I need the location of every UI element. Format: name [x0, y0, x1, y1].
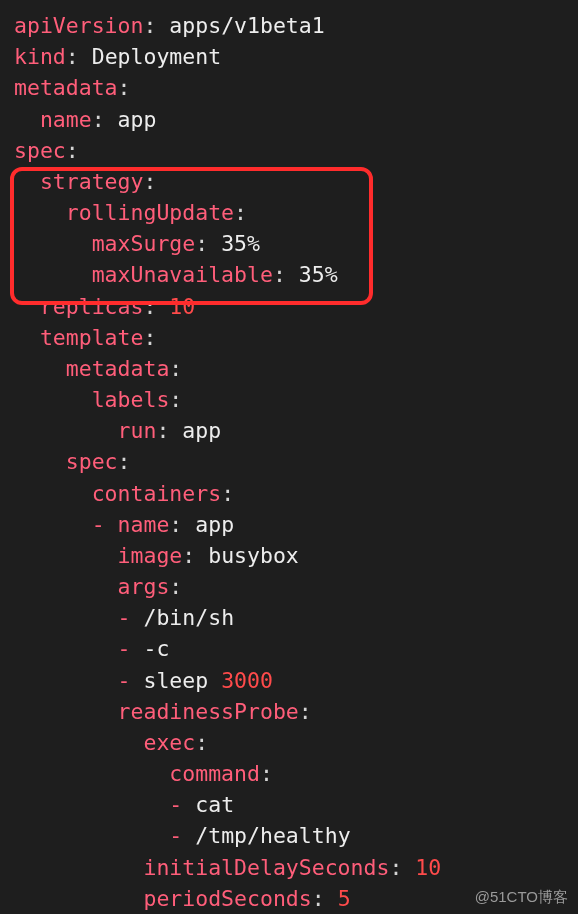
dash: -	[169, 823, 182, 848]
yaml-code-block: apiVersion: apps/v1beta1 kind: Deploymen…	[0, 0, 578, 914]
k-labels: labels	[92, 387, 170, 412]
dash: -	[169, 792, 182, 817]
k-rollingUpdate: rollingUpdate	[66, 200, 234, 225]
v-cmd1: /tmp/healthy	[195, 823, 350, 848]
v-arg2b: 3000	[221, 668, 273, 693]
v-name: app	[118, 107, 157, 132]
k-periodSeconds: periodSeconds	[143, 886, 311, 911]
k-initialDelaySeconds: initialDelaySeconds	[143, 855, 389, 880]
v-maxSurge: 35%	[221, 231, 260, 256]
v-periodSeconds: 5	[338, 886, 351, 911]
dash: -	[118, 636, 131, 661]
k-apiVersion: apiVersion	[14, 13, 143, 38]
dash: -	[118, 668, 131, 693]
k-cname: name	[118, 512, 170, 537]
v-apiVersion: apps/v1beta1	[169, 13, 324, 38]
k-exec: exec	[143, 730, 195, 755]
k-kind: kind	[14, 44, 66, 69]
k-strategy: strategy	[40, 169, 144, 194]
k-spec2: spec	[66, 449, 118, 474]
k-template: template	[40, 325, 144, 350]
k-metadata: metadata	[14, 75, 118, 100]
k-spec: spec	[14, 138, 66, 163]
k-name: name	[40, 107, 92, 132]
v-arg0: /bin/sh	[143, 605, 234, 630]
dash: -	[92, 512, 105, 537]
k-maxUnavailable: maxUnavailable	[92, 262, 273, 287]
k-args: args	[118, 574, 170, 599]
k-containers: containers	[92, 481, 221, 506]
v-replicas: 10	[169, 294, 195, 319]
watermark: @51CTO博客	[475, 886, 568, 908]
k-image: image	[118, 543, 183, 568]
dash: -	[118, 605, 131, 630]
v-kind: Deployment	[92, 44, 221, 69]
v-run: app	[182, 418, 221, 443]
k-run: run	[118, 418, 157, 443]
k-maxSurge: maxSurge	[92, 231, 196, 256]
k-command: command	[169, 761, 260, 786]
k-metadata2: metadata	[66, 356, 170, 381]
k-replicas: replicas	[40, 294, 144, 319]
v-arg2a: sleep	[143, 668, 221, 693]
v-arg1: -c	[143, 636, 169, 661]
k-readinessProbe: readinessProbe	[118, 699, 299, 724]
v-initialDelaySeconds: 10	[415, 855, 441, 880]
v-maxUnavailable: 35%	[299, 262, 338, 287]
v-image: busybox	[208, 543, 299, 568]
v-cmd0: cat	[195, 792, 234, 817]
v-cname: app	[195, 512, 234, 537]
